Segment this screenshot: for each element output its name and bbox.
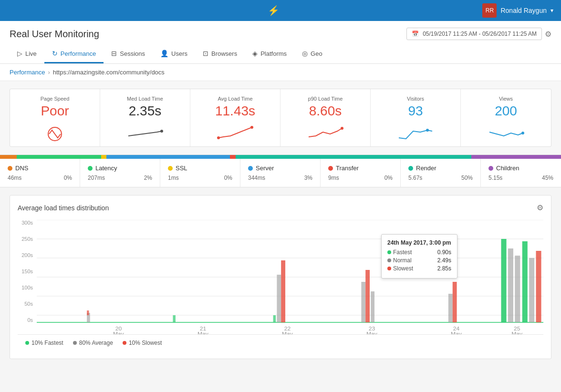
y-axis: 300s 250s 200s 150s 100s 50s 0s [18, 220, 35, 323]
tab-platforms[interactable]: ◈ Platforms [245, 46, 294, 63]
settings-button[interactable]: ⚙ [545, 30, 551, 39]
tab-live[interactable]: ▷ Live [10, 46, 44, 63]
date-range-button[interactable]: 📅 05/19/2017 11:25 AM - 05/26/2017 11:25… [406, 28, 542, 40]
render-time: 5.67s [408, 175, 422, 181]
server-label: Server [256, 165, 274, 172]
y-300: 300s [18, 220, 33, 226]
stat-p90-load-label: p90 Load Time [288, 96, 363, 102]
stat-avg-load-spark [198, 123, 272, 142]
top-bar: ⚡ RR Ronald Raygun ▾ [0, 0, 561, 21]
fastest-dot [387, 250, 391, 254]
avatar: RR [482, 3, 497, 18]
transfer-bar [230, 155, 236, 159]
timing-transfer: Transfer 9ms 0% [321, 159, 401, 187]
svg-rect-25 [508, 248, 513, 322]
tab-sessions[interactable]: ⊟ Sessions [104, 46, 153, 63]
tab-geo-label: Geo [311, 50, 322, 57]
legend-fastest-label: 10% Fastest [31, 340, 63, 346]
tab-users-label: Users [171, 50, 187, 57]
stat-page-speed-value: Poor [18, 103, 92, 119]
svg-rect-27 [522, 241, 528, 322]
svg-text:23: 23 [369, 326, 375, 331]
tooltip-slowest: Slowest 2.85s [387, 265, 451, 272]
svg-point-5 [426, 129, 429, 132]
tab-platforms-label: Platforms [260, 50, 287, 57]
svg-rect-15 [173, 315, 176, 322]
stat-avg-load-label: Avg Load Time [198, 96, 272, 102]
svg-rect-23 [453, 282, 457, 322]
tab-performance[interactable]: ↻ Performance [44, 46, 104, 63]
tab-geo[interactable]: ◎ Geo [294, 46, 330, 63]
breadcrumb-separator: › [48, 69, 50, 76]
svg-rect-17 [281, 260, 285, 322]
y-100: 100s [18, 285, 33, 290]
children-label: Children [496, 165, 519, 172]
svg-rect-16 [277, 275, 281, 322]
svg-text:21: 21 [200, 326, 207, 331]
stat-p90-load-spark [288, 123, 363, 142]
stat-visitors-label: Visitors [378, 96, 453, 102]
transfer-dot [328, 166, 333, 171]
transfer-label: Transfer [336, 165, 359, 172]
tooltip-normal: Normal 2.49s [387, 257, 451, 264]
stats-section: Page Speed Poor Med Load Time 2.35s [0, 81, 561, 155]
app-logo: ⚡ [268, 5, 280, 16]
transfer-pct: 0% [384, 175, 393, 181]
children-time: 5.15s [488, 175, 502, 181]
server-dot [248, 166, 253, 171]
svg-point-1 [160, 130, 163, 133]
latency-label: Latency [95, 165, 117, 172]
children-pct: 45% [542, 175, 553, 181]
y-200: 200s [18, 252, 33, 258]
chart-title: Average load times distribution [18, 204, 109, 212]
dns-time: 46ms [8, 175, 21, 181]
svg-rect-14 [87, 310, 89, 315]
chart-section: Average load times distribution ⚙ 300s 2… [10, 195, 551, 359]
timing-section: DNS 46ms 0% Latency 207ms 2% SSL 1 [0, 159, 561, 187]
svg-text:May: May [197, 331, 208, 334]
page-title: Real User Monitoring [10, 29, 99, 40]
date-range-text: 05/19/2017 11:25 AM - 05/26/2017 11:25 A… [423, 31, 537, 37]
legend-slowest: 10% Slowest [123, 340, 162, 346]
stat-avg-load-value: 11.43s [198, 103, 272, 119]
timing-ssl: SSL 1ms 0% [160, 159, 240, 187]
stat-visitors: Visitors 93 [371, 89, 461, 146]
tab-nav: ▷ Live ↻ Performance ⊟ Sessions 👤 Users … [10, 46, 551, 63]
geo-icon: ◎ [302, 50, 308, 57]
tab-performance-label: Performance [61, 50, 96, 57]
svg-point-6 [521, 132, 524, 134]
fastest-value: 0.90s [437, 249, 451, 256]
breadcrumb-parent[interactable]: Performance [10, 69, 45, 76]
timing-children: Children 5.15s 45% [481, 159, 561, 187]
server-bar [106, 155, 230, 159]
svg-text:May: May [113, 331, 124, 334]
legend-slowest-label: 10% Slowest [129, 340, 162, 346]
stat-page-speed-label: Page Speed [18, 96, 92, 102]
legend-fastest: 10% Fastest [25, 340, 63, 346]
dns-pct: 0% [64, 175, 72, 181]
tab-live-label: Live [25, 50, 37, 57]
chart-area: 300s 250s 200s 150s 100s 50s 0s [18, 220, 543, 334]
browsers-icon: ⊡ [203, 50, 208, 57]
y-250: 250s [18, 236, 33, 242]
tab-users[interactable]: 👤 Users [153, 46, 195, 63]
legend-average: 80% Average [73, 340, 113, 346]
svg-rect-26 [515, 256, 520, 322]
svg-rect-29 [536, 251, 541, 322]
platforms-icon: ◈ [252, 50, 258, 57]
legend-fastest-dot [25, 341, 29, 345]
user-menu[interactable]: RR Ronald Raygun ▾ [482, 3, 553, 18]
svg-point-4 [341, 127, 343, 130]
users-icon: 👤 [160, 50, 168, 57]
stat-visitors-spark [378, 123, 453, 142]
breadcrumb: Performance › https://amazingsite.com/co… [0, 64, 561, 81]
sessions-icon: ⊟ [111, 50, 117, 57]
lightning-icon: ⚡ [268, 5, 280, 16]
chart-tooltip: 24th May 2017, 3:00 pm Fastest 0.90s Nor… [381, 234, 457, 279]
children-dot [488, 166, 493, 171]
render-label: Render [416, 165, 436, 172]
svg-text:May: May [282, 331, 293, 334]
chart-settings-button[interactable]: ⚙ [537, 203, 543, 212]
tab-browsers[interactable]: ⊡ Browsers [195, 46, 245, 63]
slowest-label: Slowest [393, 265, 413, 272]
